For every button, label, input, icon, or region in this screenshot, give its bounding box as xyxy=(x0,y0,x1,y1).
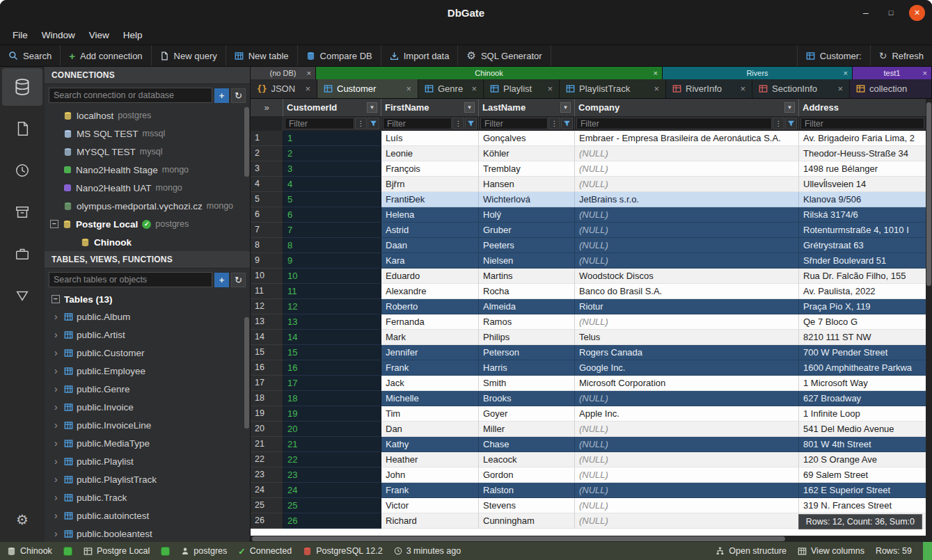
cell-customerid[interactable]: 11 xyxy=(283,284,381,299)
column-header-customerid[interactable]: CustomerId ▼ xyxy=(283,99,381,116)
close-icon[interactable]: × xyxy=(654,83,659,94)
toolbar-new-query-button[interactable]: New query xyxy=(152,45,226,66)
cell-address[interactable]: Rilská 3174/6 xyxy=(799,207,926,223)
cell-company[interactable]: (NULL) xyxy=(575,177,799,192)
filter-input-firstname[interactable] xyxy=(383,118,452,129)
cell-company[interactable]: (NULL) xyxy=(575,223,799,238)
chevron-down-icon[interactable]: ▼ xyxy=(367,102,377,113)
cell-lastname[interactable]: Brooks xyxy=(479,391,575,406)
cell-lastname[interactable]: Rocha xyxy=(479,284,575,299)
close-icon[interactable]: × xyxy=(844,69,848,77)
cell-lastname[interactable]: Goyer xyxy=(479,406,575,422)
close-icon[interactable]: × xyxy=(837,83,843,94)
table-item[interactable]: ›public.Track xyxy=(45,488,250,506)
cell-lastname[interactable]: Köhler xyxy=(479,146,575,161)
table-item[interactable]: ›public.autoinctest xyxy=(45,506,250,525)
sidebar-icon-archive[interactable] xyxy=(2,193,42,231)
toolbar-import-data-button[interactable]: Import data xyxy=(381,45,459,66)
close-icon[interactable]: × xyxy=(305,83,310,94)
cell-company[interactable]: (NULL) xyxy=(575,146,799,161)
row-number-cell[interactable]: 16 xyxy=(251,360,283,376)
row-number-cell[interactable]: 1 xyxy=(251,131,283,146)
filter-funnel-icon[interactable] xyxy=(465,118,477,129)
cell-lastname[interactable]: Hansen xyxy=(479,177,575,192)
cell-firstname[interactable]: Roberto xyxy=(381,299,479,314)
toolbar-compare-db-button[interactable]: Compare DB xyxy=(298,45,381,66)
column-header-lastname[interactable]: LastName ▼ xyxy=(479,99,575,116)
tab-customer[interactable]: Customer × xyxy=(317,79,418,98)
cell-lastname[interactable]: Philips xyxy=(479,330,575,345)
cell-lastname[interactable]: Martins xyxy=(479,269,575,284)
table-item[interactable]: ›public.Playlist xyxy=(45,452,250,470)
cell-company[interactable]: (NULL) xyxy=(575,314,799,330)
row-number-cell[interactable]: 19 xyxy=(251,406,283,422)
toolbar-refresh-button[interactable]: ↻ Refresh xyxy=(870,45,932,66)
cell-customerid[interactable]: 16 xyxy=(283,360,381,376)
cell-firstname[interactable]: Frank xyxy=(381,360,479,376)
cell-company[interactable]: (NULL) xyxy=(575,437,799,452)
column-header-company[interactable]: Company ▼ xyxy=(575,99,799,116)
view-columns-button[interactable]: View columns xyxy=(798,546,864,556)
cell-company[interactable]: (NULL) xyxy=(575,422,799,437)
filter-funnel-icon[interactable] xyxy=(785,118,797,129)
cell-address[interactable]: 541 Del Medio Avenue xyxy=(799,422,926,437)
row-number-cell[interactable]: 25 xyxy=(251,498,283,513)
table-item[interactable]: ›public.InvoiceLine xyxy=(45,416,250,434)
row-number-cell[interactable]: 23 xyxy=(251,467,283,483)
filter-input-company[interactable] xyxy=(576,118,772,129)
row-number-cell[interactable]: 6 xyxy=(251,207,283,223)
cell-company[interactable]: (NULL) xyxy=(575,452,799,467)
tabgroup-no-db[interactable]: (no DB) × xyxy=(251,67,316,79)
filter-menu-icon[interactable]: ⋮ xyxy=(355,118,367,129)
table-item[interactable]: ›public.Customer xyxy=(45,344,250,362)
row-number-cell[interactable]: 15 xyxy=(251,345,283,360)
cell-address[interactable]: Av. Paulista, 2022 xyxy=(799,284,926,299)
cell-customerid[interactable]: 23 xyxy=(283,467,381,483)
cell-company[interactable]: Woodstock Discos xyxy=(575,269,799,284)
chevron-right-icon[interactable]: › xyxy=(54,438,61,449)
cell-firstname[interactable]: Victor xyxy=(381,498,479,513)
cell-lastname[interactable]: Cunningham xyxy=(479,513,575,529)
cell-customerid[interactable]: 18 xyxy=(283,391,381,406)
cell-address[interactable]: Ullevĺlsveien 14 xyxy=(799,177,926,192)
collapse-icon[interactable]: − xyxy=(52,295,60,303)
chevron-right-icon[interactable]: › xyxy=(54,456,61,467)
row-number-cell[interactable]: 24 xyxy=(251,483,283,498)
row-number-cell[interactable]: 7 xyxy=(251,223,283,238)
sidebar-icon-plugins[interactable] xyxy=(2,277,42,314)
row-number-cell[interactable]: 8 xyxy=(251,238,283,253)
filter-funnel-icon[interactable] xyxy=(368,118,379,129)
grid-corner-button[interactable]: » xyxy=(251,99,283,116)
cell-lastname[interactable]: Gruber xyxy=(479,223,575,238)
row-number-cell[interactable]: 26 xyxy=(251,513,283,529)
sidebar-icon-apps[interactable] xyxy=(2,235,42,273)
status-connection[interactable]: Postgre Local xyxy=(84,546,150,556)
connection-item[interactable]: −Postgre Local✓postgres xyxy=(45,215,250,233)
cell-lastname[interactable]: Harris xyxy=(479,360,575,376)
chevron-right-icon[interactable]: › xyxy=(54,365,61,376)
cell-company[interactable]: (NULL) xyxy=(575,498,799,513)
cell-address[interactable]: 8210 111 ST NW xyxy=(799,330,926,345)
cell-company[interactable]: (NULL) xyxy=(575,513,799,529)
cell-lastname[interactable]: Gordon xyxy=(479,467,575,483)
cell-customerid[interactable]: 10 xyxy=(283,269,381,284)
cell-customerid[interactable]: 6 xyxy=(283,207,381,223)
tab-playlist[interactable]: Playlist × xyxy=(484,79,560,98)
cell-customerid[interactable]: 5 xyxy=(283,192,381,207)
open-structure-button[interactable]: Open structure xyxy=(716,546,787,556)
chevron-right-icon[interactable]: › xyxy=(54,347,61,358)
tabgroup-chinook[interactable]: Chinook × xyxy=(316,67,663,79)
chevron-right-icon[interactable]: › xyxy=(54,401,61,413)
close-button[interactable]: × xyxy=(909,5,925,21)
row-number-cell[interactable]: 14 xyxy=(251,330,283,345)
cell-customerid[interactable]: 4 xyxy=(283,177,381,192)
refresh-icon[interactable]: ↻ xyxy=(231,88,246,103)
row-number-cell[interactable]: 5 xyxy=(251,192,283,207)
cell-company[interactable]: JetBrains s.r.o. xyxy=(575,192,799,207)
close-icon[interactable]: × xyxy=(654,69,658,77)
cell-company[interactable]: Google Inc. xyxy=(575,360,799,376)
cell-address[interactable]: Qe 7 Bloco G xyxy=(799,314,926,330)
sidebar-icon-files[interactable] xyxy=(2,110,42,147)
cell-customerid[interactable]: 15 xyxy=(283,345,381,360)
row-number-cell[interactable]: 18 xyxy=(251,391,283,406)
